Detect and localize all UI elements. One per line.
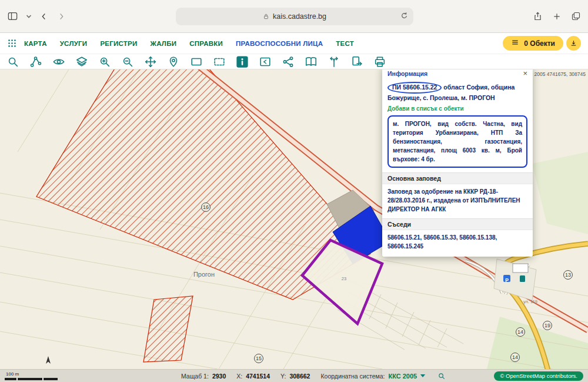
- x-value: 4741514: [246, 373, 270, 380]
- status-bar: 100 m Мащаб 1: 2930 X: 4741514 Y: 308662…: [0, 369, 588, 382]
- apps-grid-icon[interactable]: [7, 38, 17, 48]
- info-panel: Информация × ПИ 58606.15.22 област София…: [382, 69, 533, 257]
- share-icon[interactable]: [281, 55, 295, 68]
- forward-icon[interactable]: [56, 12, 66, 21]
- browser-chrome: kais.cadastre.bg: [0, 0, 588, 33]
- nav-item-5[interactable]: ПРАВОСПОСОБНИ ЛИЦА: [236, 40, 323, 47]
- export-icon[interactable]: [350, 55, 363, 68]
- scalebar: 100 m: [5, 372, 61, 380]
- osm-attribution[interactable]: © OpenStreetMap contributors.: [494, 371, 583, 381]
- main-navigation: КАРТАУСЛУГИРЕГИСТРИЖАЛБИСПРАВКИПРАВОСПОС…: [0, 33, 588, 54]
- legend-icon[interactable]: [304, 55, 318, 68]
- nav-item-2[interactable]: РЕГИСТРИ: [100, 40, 137, 47]
- sidebar-toggle-icon[interactable]: [7, 11, 18, 22]
- pan-icon[interactable]: [143, 55, 157, 68]
- parcel-header: ПИ 58606.15.22 област София, община Божу…: [387, 82, 527, 103]
- order-text: Заповед за одобрение на КККР РД-18-28/28…: [387, 187, 527, 214]
- crs-value: ККС 2005: [388, 373, 417, 380]
- address-bar[interactable]: kais.cadastre.bg: [176, 8, 413, 25]
- status-readouts: Мащаб 1: 2930 X: 4741514 Y: 308662 Коорд…: [181, 372, 446, 380]
- search-icon[interactable]: [6, 55, 19, 68]
- cursor-coordinates: КС 2005 4741675, 308745: [526, 71, 586, 77]
- close-icon[interactable]: ×: [523, 69, 527, 77]
- clear-selection-icon[interactable]: [212, 55, 226, 68]
- objects-count-label: 0 Обекти: [524, 39, 555, 48]
- previous-extent-icon[interactable]: [258, 55, 272, 68]
- objects-badge-group: 0 Обекти: [503, 36, 581, 51]
- back-icon[interactable]: [39, 12, 49, 21]
- new-tab-icon[interactable]: [552, 12, 562, 21]
- building: [513, 264, 528, 273]
- crs-select[interactable]: ККС 2005: [388, 373, 426, 380]
- scale-label: Мащаб 1:: [181, 373, 209, 380]
- info-icon[interactable]: [235, 55, 249, 68]
- nav-item-1[interactable]: УСЛУГИ: [60, 40, 88, 47]
- menu-icon: [511, 38, 519, 48]
- kais-cadastre-app: kais.cadastre.bg КАРТАУСЛУГИРЕГИСТРИЖАЛБ…: [0, 0, 588, 382]
- layers-icon[interactable]: [75, 55, 88, 68]
- map-label: 14: [512, 354, 518, 360]
- parcel-details: м. ПРОГОН, вид собств. Частна, вид терит…: [387, 115, 527, 168]
- download-objects-button[interactable]: [566, 36, 581, 51]
- print-icon[interactable]: [373, 55, 386, 68]
- map-label: 19: [544, 323, 550, 328]
- measure-icon[interactable]: [29, 55, 42, 68]
- parcel-id[interactable]: ПИ 58606.15.22: [387, 82, 442, 94]
- select-rectangle-icon[interactable]: [189, 55, 203, 68]
- add-to-objects-link[interactable]: Добави в списък с обекти: [387, 105, 527, 112]
- map-label: 23: [342, 276, 346, 281]
- map-label: ул. 119: [523, 299, 537, 304]
- scalebar-label: 100 m: [5, 372, 61, 377]
- map-label: 13: [565, 272, 571, 278]
- y-value: 308662: [289, 373, 310, 380]
- share-page-icon[interactable]: [533, 11, 543, 21]
- tabs-overview-icon[interactable]: [571, 11, 581, 21]
- x-label: X:: [236, 373, 242, 380]
- chevron-down-icon[interactable]: [26, 14, 32, 19]
- map-label: P: [505, 277, 509, 283]
- reload-icon[interactable]: [400, 11, 409, 20]
- map-canvas[interactable]: Прогон16151319141423ул. 119P КС 2005 474…: [0, 69, 588, 369]
- map-toolbar: [0, 54, 588, 69]
- lock-icon: [263, 13, 269, 20]
- nav-item-4[interactable]: СПРАВКИ: [189, 40, 223, 47]
- crs-label: Координатна система:: [320, 373, 385, 380]
- neighbors-list: 58606.15.21, 58606.15.33, 58606.15.138, …: [387, 233, 527, 251]
- neighbors-section-header: Съседи: [382, 218, 533, 230]
- scalebar-bar: [5, 378, 58, 380]
- zoom-out-icon[interactable]: [121, 55, 134, 68]
- locate-icon[interactable]: [166, 55, 180, 68]
- panel-title: Информация: [387, 70, 427, 77]
- fuel-icon: [520, 275, 525, 282]
- objects-count-badge[interactable]: 0 Обекти: [503, 36, 563, 51]
- map-label: 15: [256, 356, 262, 361]
- statusbar-search-icon[interactable]: [437, 372, 446, 380]
- scale-value: 2930: [212, 373, 226, 380]
- nav-item-0[interactable]: КАРТА: [24, 40, 47, 47]
- nav-item-3[interactable]: ЖАЛБИ: [151, 40, 177, 47]
- split-icon[interactable]: [327, 55, 340, 68]
- map-label: Прогон: [193, 271, 215, 278]
- zoom-in-icon[interactable]: [98, 55, 111, 68]
- nav-item-6[interactable]: ТЕСТ: [336, 40, 354, 47]
- map-label: 16: [203, 204, 209, 210]
- y-label: Y:: [280, 373, 286, 380]
- layer-visibility-icon[interactable]: [52, 55, 65, 68]
- dropdown-caret-icon: [420, 374, 426, 378]
- map-label: 14: [517, 329, 523, 335]
- nav-links: КАРТАУСЛУГИРЕГИСТРИЖАЛБИСПРАВКИПРАВОСПОС…: [24, 40, 367, 47]
- url-text: kais.cadastre.bg: [273, 12, 326, 21]
- order-section-header: Основна заповед: [382, 172, 533, 184]
